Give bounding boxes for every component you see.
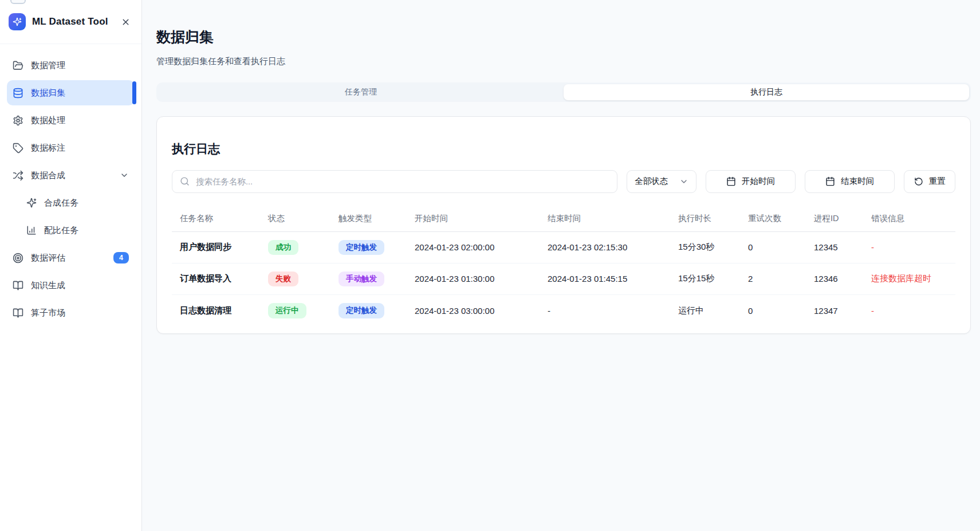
- trigger-type-badge: 定时触发: [339, 303, 415, 318]
- retry-count-cell: 2: [748, 274, 814, 284]
- task-name-cell: 用户数据同步: [180, 242, 268, 253]
- end-time-cell: 2024-01-23 02:15:30: [548, 242, 678, 252]
- status-filter-value: 全部状态: [635, 176, 668, 187]
- execution-log-table: 任务名称状态触发类型开始时间结束时间执行时长重试次数进程ID错误信息 用户数据同…: [172, 206, 955, 327]
- process-id-cell: 12345: [814, 242, 871, 252]
- bar-chart-icon: [26, 225, 37, 236]
- table-row: 订单数据导入失败手动触发2024-01-23 01:30:002024-01-2…: [172, 263, 955, 295]
- chevron-down-icon: [120, 171, 129, 180]
- column-header: 开始时间: [415, 213, 548, 224]
- end-time-label: 结束时间: [841, 176, 874, 187]
- process-id-cell: 12346: [814, 274, 871, 284]
- sidebar-item-data-synthesis[interactable]: 数据合成: [7, 163, 135, 188]
- status-badge-label: 运行中: [268, 303, 306, 318]
- calendar-icon: [726, 176, 736, 186]
- sidebar-item-data-labeling[interactable]: 数据标注: [7, 135, 135, 160]
- process-id-cell: 12347: [814, 306, 871, 316]
- start-time-cell: 2024-01-23 03:00:00: [415, 306, 548, 316]
- trigger-type-badge-label: 定时触发: [339, 303, 384, 318]
- folder-open-icon: [12, 60, 23, 71]
- end-time-button[interactable]: 结束时间: [805, 170, 895, 193]
- calendar-icon: [825, 176, 835, 186]
- sparkles-icon: [26, 198, 37, 209]
- end-time-cell: 2024-01-23 01:45:15: [548, 274, 678, 284]
- search-box: [172, 170, 617, 193]
- trigger-type-badge-label: 手动触发: [339, 272, 384, 286]
- sidebar-header: ML Dataset Tool: [0, 0, 141, 44]
- tag-icon: [12, 142, 23, 154]
- start-time-button[interactable]: 开始时间: [706, 170, 796, 193]
- retry-count-cell: 0: [748, 242, 814, 252]
- sidebar-item-label: 数据标注: [31, 143, 65, 154]
- column-header: 执行时长: [678, 213, 748, 224]
- column-header: 进程ID: [814, 213, 871, 224]
- search-icon: [180, 176, 190, 186]
- retry-count-cell: 0: [748, 306, 814, 316]
- column-header: 错误信息: [871, 213, 955, 224]
- chevron-down-icon: [679, 177, 688, 186]
- task-name-cell: 日志数据清理: [180, 305, 268, 316]
- table-row: 日志数据清理运行中定时触发2024-01-23 03:00:00-运行中0123…: [172, 295, 955, 327]
- end-time-cell: -: [548, 306, 678, 316]
- sidebar-item-ratio-task[interactable]: 配比任务: [7, 218, 135, 243]
- trigger-type-badge: 定时触发: [339, 240, 415, 255]
- duration-cell: 15分15秒: [678, 273, 748, 284]
- duration-cell: 运行中: [678, 305, 748, 316]
- column-header: 重试次数: [748, 213, 814, 224]
- sidebar-item-synthesis-task[interactable]: 合成任务: [7, 190, 135, 215]
- app-logo-sparkles-icon: [9, 13, 26, 30]
- status-badge: 成功: [268, 240, 339, 255]
- task-name-cell: 订单数据导入: [180, 273, 268, 284]
- gear-icon: [12, 115, 23, 126]
- column-header: 触发类型: [339, 213, 415, 224]
- duration-cell: 15分30秒: [678, 242, 748, 253]
- start-time-cell: 2024-01-23 01:30:00: [415, 274, 548, 284]
- table-header-row: 任务名称状态触发类型开始时间结束时间执行时长重试次数进程ID错误信息: [172, 206, 955, 232]
- filter-bar: 全部状态 开始时间 结束时间 重置: [172, 170, 955, 193]
- database-icon: [12, 87, 23, 99]
- reset-button[interactable]: 重置: [904, 170, 955, 193]
- panel-heading: 执行日志: [172, 141, 955, 157]
- column-header: 状态: [268, 213, 339, 224]
- close-icon: [121, 17, 131, 27]
- status-filter-select[interactable]: 全部状态: [627, 170, 696, 193]
- main-content: 数据归集 管理数据归集任务和查看执行日志 任务管理 执行日志 执行日志 全部状态…: [142, 0, 980, 334]
- search-input[interactable]: [195, 176, 609, 187]
- sidebar-item-label: 配比任务: [44, 225, 78, 236]
- column-header: 结束时间: [548, 213, 678, 224]
- book-open-icon: [12, 307, 23, 318]
- sidebar-item-label: 数据处理: [31, 115, 65, 126]
- table-row: 用户数据同步成功定时触发2024-01-23 02:00:002024-01-2…: [172, 232, 955, 263]
- target-icon: [12, 252, 23, 263]
- status-badge: 失败: [268, 272, 339, 286]
- book-open-icon: [12, 280, 23, 291]
- start-time-cell: 2024-01-23 02:00:00: [415, 242, 548, 252]
- sidebar-item-label: 数据合成: [31, 170, 65, 181]
- sidebar-item-label: 数据归集: [31, 88, 65, 99]
- sidebar-item-label: 数据评估: [31, 253, 65, 263]
- sidebar-item-data-evaluation[interactable]: 数据评估4: [7, 245, 135, 270]
- count-badge: 4: [113, 252, 129, 263]
- sidebar-nav: 数据管理数据归集数据处理数据标注数据合成合成任务配比任务数据评估4知识生成算子市…: [0, 44, 141, 334]
- sidebar-item-label: 数据管理: [31, 60, 65, 71]
- sidebar-close-button[interactable]: [118, 14, 133, 29]
- sidebar-item-data-management[interactable]: 数据管理: [7, 53, 135, 78]
- reset-label: 重置: [929, 176, 946, 187]
- top-edge-artifact: [10, 0, 26, 4]
- column-header: 任务名称: [180, 213, 268, 224]
- sidebar-item-knowledge-generation[interactable]: 知识生成: [7, 273, 135, 298]
- trigger-type-badge: 手动触发: [339, 272, 415, 286]
- error-message-cell: 连接数据库超时: [871, 273, 955, 284]
- error-message-cell: -: [871, 242, 955, 252]
- sidebar-item-label: 知识生成: [31, 280, 65, 291]
- execution-log-panel: 执行日志 全部状态 开始时间 结束时间 重置: [156, 116, 971, 334]
- sidebar-item-data-collection[interactable]: 数据归集: [7, 80, 135, 105]
- status-badge-label: 成功: [268, 240, 298, 255]
- table-body: 用户数据同步成功定时触发2024-01-23 02:00:002024-01-2…: [172, 232, 955, 327]
- sidebar-item-data-processing[interactable]: 数据处理: [7, 108, 135, 133]
- sidebar-item-label: 算子市场: [31, 308, 65, 318]
- sidebar-item-operator-market[interactable]: 算子市场: [7, 300, 135, 325]
- tab-execution-log[interactable]: 执行日志: [564, 84, 969, 100]
- trigger-type-badge-label: 定时触发: [339, 240, 384, 255]
- tab-task-management[interactable]: 任务管理: [158, 84, 564, 100]
